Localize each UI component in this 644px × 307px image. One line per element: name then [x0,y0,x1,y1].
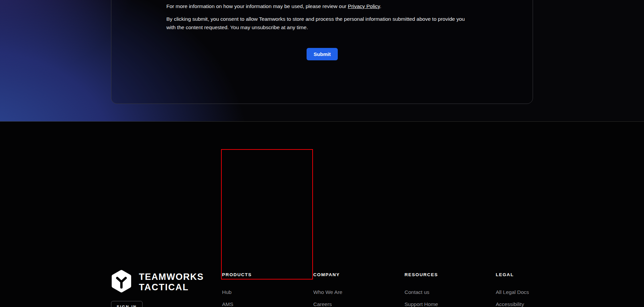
privacy-policy-link[interactable]: Privacy Policy [348,3,380,9]
footer-link-who-we-are[interactable]: Who We Are [313,290,400,295]
footer-column-products: PRODUCTS Hub AMS Nutrition [222,272,309,307]
footer-link-ams[interactable]: AMS [222,302,309,307]
form-legal-copy: For more information on how your informa… [166,2,466,32]
column-title-resources: RESOURCES [405,272,492,277]
privacy-note-text: For more information on how your informa… [166,3,348,9]
footer-link-support-home[interactable]: Support Home [405,302,492,307]
hero-section: For more information on how your informa… [0,0,644,121]
footer-section: TEAMWORKS TACTICAL SIGN IN (202) 875-893… [0,121,644,307]
submit-button[interactable]: Submit [307,48,338,60]
brand-name-line2: TACTICAL [139,282,204,293]
sign-in-button[interactable]: SIGN IN [111,301,143,307]
column-title-products: PRODUCTS [222,272,309,277]
column-title-legal: LEGAL [496,272,583,277]
brand-logo[interactable]: TEAMWORKS TACTICAL [111,269,204,295]
footer-link-careers[interactable]: Careers [313,302,400,307]
footer-column-legal: LEGAL All Legal Docs Accessibility Priva… [496,272,583,307]
footer-link-all-legal-docs[interactable]: All Legal Docs [496,290,583,295]
teamworks-hexagon-logo-icon [111,269,132,295]
column-title-company: COMPANY [313,272,400,277]
brand-name-line1: TEAMWORKS [139,272,204,282]
footer-link-accessibility[interactable]: Accessibility [496,302,583,307]
brand-wordmark: TEAMWORKS TACTICAL [139,272,204,293]
privacy-note: For more information on how your informa… [166,2,466,10]
consent-note: By clicking submit, you consent to allow… [166,15,466,32]
footer-column-resources: RESOURCES Contact us Support Home Learni… [405,272,492,307]
footer-column-company: COMPANY Who We Are Careers [313,272,400,307]
privacy-note-suffix: . [380,3,381,9]
footer-link-hub[interactable]: Hub [222,290,309,295]
footer-link-contact-us[interactable]: Contact us [405,290,492,295]
